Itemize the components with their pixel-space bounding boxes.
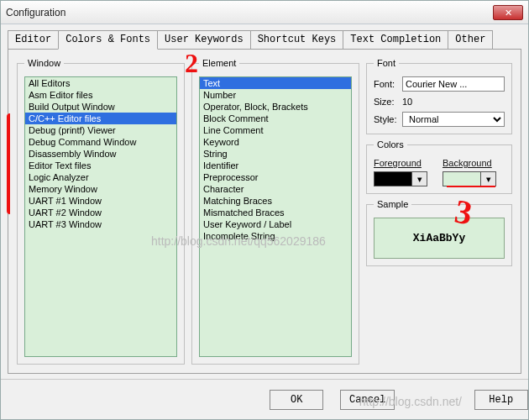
foreground-label: Foreground [374,158,436,168]
help-button[interactable]: Help [474,390,528,410]
font-name-label: Font: [374,79,402,89]
tab-text-completion[interactable]: Text Completion [343,30,448,50]
window-list-item[interactable]: Debug (printf) Viewer [25,124,176,136]
configuration-dialog: Configuration ✕ Editor Colors & Fonts Us… [0,0,529,420]
window-list-item[interactable]: Disassembly Window [25,148,176,160]
element-list-item[interactable]: Preprocessor [200,171,351,183]
background-label: Background [443,158,505,168]
element-list-item[interactable]: Character [200,183,351,195]
element-list-item[interactable]: Incomplete String [200,230,351,242]
element-groupbox-label: Element [199,58,239,68]
window-list-item[interactable]: Debug Command Window [25,136,176,148]
window-groupbox-label: Window [24,58,64,68]
window-list-item[interactable]: C/C++ Editor files [25,113,176,124]
font-groupbox-label: Font [374,58,399,68]
tab-strip: Editor Colors & Fonts User Keywords Shor… [1,24,528,49]
chevron-down-icon: ▾ [417,174,422,184]
sample-text: XiAaBbYy [374,218,505,259]
ok-button[interactable]: OK [270,390,323,410]
tab-colors-fonts[interactable]: Colors & Fonts [58,30,158,50]
font-size-value: 10 [402,97,505,107]
cancel-button[interactable]: Cancel [340,390,394,410]
element-list-item[interactable]: Text [200,77,351,89]
element-list-item[interactable]: Operator, Block, Brackets [200,101,351,113]
font-style-select[interactable]: Normal [402,112,505,127]
sample-groupbox: Sample XiAaBbYy [366,199,512,266]
font-style-label: Style: [374,114,402,124]
font-size-label: Size: [374,97,402,107]
tab-editor[interactable]: Editor [8,30,59,50]
colors-groupbox: Colors Foreground ▾ Background ▾ [366,139,512,194]
element-list-item[interactable]: Block Comment [200,113,351,124]
tab-panel-colors-fonts: 2 3 http://blog.csdn.net/qq562029186 Win… [8,49,521,374]
right-column: Font Font: Size: 10 Style: Normal Colors… [366,58,512,365]
sample-groupbox-label: Sample [374,199,411,209]
element-list-item[interactable]: Line Comment [200,124,351,136]
font-groupbox: Font Font: Size: 10 Style: Normal [366,58,512,134]
element-list-item[interactable]: Identifier [200,160,351,171]
close-icon: ✕ [505,8,512,18]
foreground-dropdown-button[interactable]: ▾ [412,171,427,186]
element-list-item[interactable]: Mismatched Braces [200,207,351,218]
window-list-item[interactable]: UART #1 Window [25,195,176,207]
element-list-item[interactable]: Keyword [200,136,351,148]
element-groupbox: Element TextNumberOperator, Block, Brack… [191,58,359,365]
titlebar: Configuration ✕ [1,1,528,24]
window-list-item[interactable]: Editor Text files [25,160,176,171]
element-list-item[interactable]: Matching Braces [200,195,351,207]
dialog-button-row: OK Cancel Help http://blog.csdn.net/ [1,379,528,419]
window-list-item[interactable]: UART #2 Window [25,207,176,218]
window-listbox[interactable]: All EditorsAsm Editor filesBuild Output … [24,76,177,357]
font-name-input[interactable] [402,76,505,92]
tab-shortcut-keys[interactable]: Shortcut Keys [250,30,344,50]
window-groupbox: Window All EditorsAsm Editor filesBuild … [17,58,185,365]
chevron-down-icon: ▾ [486,174,491,184]
element-listbox[interactable]: TextNumberOperator, Block, BracketsBlock… [199,76,352,357]
close-button[interactable]: ✕ [493,5,523,20]
window-list-item[interactable]: UART #3 Window [25,218,176,230]
background-swatch [443,171,481,186]
window-list-item[interactable]: All Editors [25,77,176,89]
window-list-item[interactable]: Build Output Window [25,101,176,113]
window-title: Configuration [6,7,493,18]
tab-user-keywords[interactable]: User Keywords [157,30,251,50]
window-list-item[interactable]: Logic Analyzer [25,171,176,183]
background-dropdown-button[interactable]: ▾ [481,171,496,186]
element-list-item[interactable]: User Keyword / Label [200,218,351,230]
window-list-item[interactable]: Asm Editor files [25,89,176,101]
annotation-1-mark [7,113,13,214]
tab-other[interactable]: Other [448,30,493,50]
colors-groupbox-label: Colors [374,139,407,150]
window-list-item[interactable]: Memory Window [25,183,176,195]
element-list-item[interactable]: String [200,148,351,160]
element-list-item[interactable]: Number [200,89,351,101]
foreground-swatch [374,171,412,186]
